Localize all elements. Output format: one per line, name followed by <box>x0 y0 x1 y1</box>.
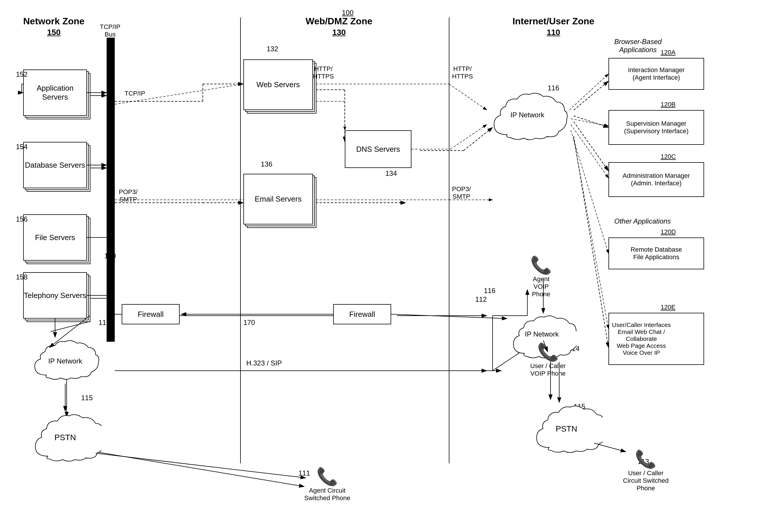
telephony-servers-number: 158 <box>16 273 28 281</box>
svg-text:IP Network: IP Network <box>48 357 83 365</box>
svg-text:PSTN: PSTN <box>556 424 578 433</box>
db-servers-number: 154 <box>16 143 28 151</box>
app-120b-number: 120B <box>661 101 675 108</box>
web-servers-number: 132 <box>266 45 278 53</box>
svg-line-65 <box>51 321 90 332</box>
svg-text:IP Network: IP Network <box>510 111 545 119</box>
svg-line-62 <box>391 314 507 319</box>
svg-rect-4 <box>107 38 115 342</box>
pop3-smtp-label-right: POP3/SMTP <box>452 185 471 200</box>
ip-network-right: IP Network <box>487 90 568 145</box>
svg-line-69 <box>96 453 306 478</box>
network-zone-label: Network Zone 150 <box>23 16 85 37</box>
web-dmz-zone-label: Web/DMZ Zone 130 <box>238 16 440 37</box>
agent-voip-phone: 📞 AgentVOIPPhone <box>530 255 552 298</box>
tcp-ip-label: TCP/IP <box>125 90 145 97</box>
h323-sip-label: H.323 / SIP <box>246 359 282 367</box>
svg-line-55 <box>450 124 487 149</box>
browser-apps-header: Browser-BasedApplications <box>614 38 662 54</box>
internet-zone-label: Internet/User Zone 110 <box>452 16 655 37</box>
other-apps-header: Other Applications <box>614 217 671 225</box>
agent-circuit-phone: 📞 Agent CircuitSwitched Phone <box>304 466 350 502</box>
svg-line-59 <box>571 130 608 253</box>
app-120e: User/Caller InterfacesEmail Web Chat /Co… <box>608 313 704 365</box>
app-120b: Supervision Manager(Supervisory Interfac… <box>608 110 704 145</box>
app-120c: Administration Manager(Admin. Interface) <box>608 162 704 197</box>
ref-100: 100 <box>342 9 353 17</box>
app-servers-number: 152 <box>16 70 28 78</box>
web-dmz-zone-number: 130 <box>332 28 346 37</box>
app-120a-number: 120A <box>661 49 675 56</box>
num-116-left: 116 <box>99 319 110 327</box>
svg-line-56 <box>569 74 608 110</box>
num-112: 112 <box>475 296 487 304</box>
svg-line-58 <box>571 124 608 178</box>
dns-servers-number: 134 <box>385 169 397 177</box>
app-120e-number: 120E <box>661 304 675 311</box>
dns-servers: DNS Servers <box>345 130 411 168</box>
ip-network-left: IP Network <box>29 337 101 384</box>
svg-line-19 <box>574 136 608 348</box>
app-120d: Remote DatabaseFile Applications <box>608 237 704 269</box>
app-120c-number: 120C <box>661 153 676 160</box>
svg-line-57 <box>571 119 608 126</box>
svg-line-17 <box>574 116 608 127</box>
http-https-label-1: HTTP/HTTPS <box>313 65 334 80</box>
svg-text:PSTN: PSTN <box>54 433 76 442</box>
pstn-right: PSTN <box>530 403 603 455</box>
http-https-label-2: HTTP/HTTPS <box>452 65 473 80</box>
svg-line-18 <box>574 122 608 171</box>
num-116-right: 116 <box>484 287 495 295</box>
file-servers-number: 156 <box>16 215 28 223</box>
pstn-left: PSTN <box>29 411 101 463</box>
network-zone-number: 150 <box>47 28 60 37</box>
svg-text:IP Network: IP Network <box>525 330 559 338</box>
connection-170-label: 170 <box>243 319 255 327</box>
svg-line-60 <box>574 139 608 329</box>
firewall-left: Firewall <box>122 304 180 324</box>
svg-line-27 <box>96 452 304 486</box>
app-120a: Interaction Manager(Agent Interface) <box>608 58 704 90</box>
tcp-ip-bus-label: TCP/IPBus <box>99 23 122 38</box>
user-voip-phone: 📞 User / CallerVOIP Phone <box>530 342 566 377</box>
pop3-smtp-label-left: POP3/SMTP <box>119 188 138 203</box>
connection-160-label: 160 <box>104 252 116 260</box>
svg-line-16 <box>574 81 608 110</box>
email-servers-number: 136 <box>261 160 273 168</box>
svg-line-49 <box>449 84 487 110</box>
user-circuit-phone: 📞 User / CallerCircuit SwitchedPhone <box>623 449 669 492</box>
internet-zone-number: 110 <box>547 28 560 37</box>
num-115-left: 115 <box>81 394 93 402</box>
firewall-right: Firewall <box>333 304 391 324</box>
app-120d-number: 120D <box>661 228 676 236</box>
